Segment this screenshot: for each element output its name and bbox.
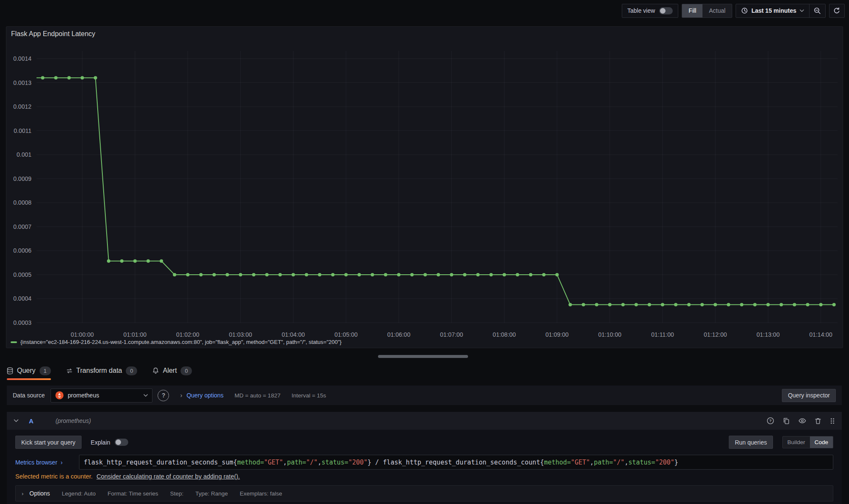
svg-text:01:11:00: 01:11:00 <box>651 331 674 338</box>
chevron-right-icon: › <box>61 459 63 466</box>
prometheus-icon <box>55 391 64 400</box>
query-editor-section: A (prometheus) ? Kick start your query <box>7 412 842 504</box>
query-hint-row: Selected metric is a counter. Consider c… <box>15 473 833 480</box>
svg-text:01:03:00: 01:03:00 <box>229 331 252 338</box>
query-ref-id: A <box>29 417 34 425</box>
time-range-button[interactable]: Last 15 minutes <box>736 4 809 17</box>
latency-panel: Flask App Endpoint Latency 0.00140.00130… <box>6 26 843 348</box>
tab-query-count: 1 <box>39 366 51 375</box>
transform-icon <box>66 368 73 374</box>
toggle-visibility-button[interactable] <box>798 418 806 424</box>
svg-text:01:08:00: 01:08:00 <box>493 331 516 338</box>
tab-query[interactable]: Query 1 <box>7 362 51 379</box>
duplicate-query-button[interactable] <box>783 417 790 425</box>
svg-text:?: ? <box>769 418 772 423</box>
tab-transform-count: 0 <box>126 366 137 375</box>
delete-query-button[interactable] <box>815 417 821 425</box>
svg-text:01:12:00: 01:12:00 <box>704 331 727 338</box>
counter-warning-text: Selected metric is a counter. <box>15 473 93 480</box>
svg-text:01:06:00: 01:06:00 <box>387 331 411 338</box>
query-options-label: Query options <box>186 392 223 399</box>
chevron-right-icon: › <box>180 392 182 399</box>
copy-icon <box>783 417 790 425</box>
help-icon: ? <box>767 417 774 425</box>
tab-transform-label: Transform data <box>76 367 122 374</box>
explain-group: Explain <box>91 439 128 446</box>
query-row-header: A (prometheus) ? <box>7 412 842 430</box>
option-legend: Legend: Auto <box>62 490 96 497</box>
option-type: Type: Range <box>195 490 228 497</box>
metrics-browser-toggle[interactable]: Metrics browser › <box>15 459 79 466</box>
svg-text:0.0005: 0.0005 <box>13 271 31 278</box>
svg-text:0.0006: 0.0006 <box>13 247 31 254</box>
svg-text:0.0008: 0.0008 <box>13 199 31 206</box>
trash-icon <box>815 417 821 425</box>
options-expand-toggle[interactable]: › Options <box>22 490 50 497</box>
query-row-body: Kick start your query Explain Run querie… <box>7 430 842 504</box>
horizontal-scrollbar[interactable] <box>378 355 468 358</box>
svg-text:01:05:00: 01:05:00 <box>334 331 358 338</box>
legend-series-marker <box>11 341 17 343</box>
chevron-right-icon: › <box>22 490 23 497</box>
datasource-label: Data source <box>13 392 45 399</box>
query-help-button[interactable]: ? <box>767 417 774 425</box>
tab-alert[interactable]: Alert 0 <box>152 362 192 379</box>
chevron-down-icon <box>800 9 804 12</box>
actual-button[interactable]: Actual <box>702 4 732 17</box>
editor-tabs: Query 1 Transform data 0 Alert 0 <box>7 362 192 379</box>
latency-chart: 0.00140.00130.00120.00110.0010.00090.000… <box>6 27 843 348</box>
drag-query-handle[interactable] <box>830 417 835 425</box>
toggle-knob <box>116 439 121 445</box>
svg-text:01:02:00: 01:02:00 <box>176 331 200 338</box>
svg-text:0.0013: 0.0013 <box>13 79 31 86</box>
tab-alert-count: 0 <box>181 366 192 375</box>
time-range-picker: Last 15 minutes <box>736 4 826 18</box>
table-view-label: Table view <box>627 7 655 14</box>
explain-toggle[interactable] <box>115 439 128 446</box>
fill-button[interactable]: Fill <box>682 4 702 17</box>
refresh-icon <box>833 7 841 14</box>
datasource-value: prometheus <box>68 392 140 399</box>
option-exemplars: Exemplars: false <box>240 490 282 497</box>
datasource-row: Data source prometheus ? › Query options… <box>7 386 842 405</box>
collapse-chevron-icon[interactable] <box>14 419 19 422</box>
refresh-button[interactable] <box>829 4 845 18</box>
svg-text:01:10:00: 01:10:00 <box>598 331 622 338</box>
query-options-toggle[interactable]: › Query options <box>180 392 223 399</box>
zoom-out-button[interactable] <box>809 4 825 17</box>
tab-query-label: Query <box>17 367 36 374</box>
kick-start-query-button[interactable]: Kick start your query <box>15 436 82 449</box>
eye-icon <box>798 418 806 424</box>
tab-transform[interactable]: Transform data 0 <box>66 362 138 379</box>
svg-text:0.0003: 0.0003 <box>13 319 31 326</box>
builder-code-segment: Builder Code <box>782 436 833 448</box>
svg-text:0.0007: 0.0007 <box>13 223 31 230</box>
table-view-group: Table view <box>622 4 678 18</box>
code-button[interactable]: Code <box>810 436 833 448</box>
svg-text:0.0009: 0.0009 <box>13 175 31 182</box>
query-options-bar: › Options Legend: Auto Format: Time seri… <box>15 485 833 501</box>
svg-text:01:09:00: 01:09:00 <box>545 331 569 338</box>
max-datapoints-text: MD = auto = 1827 <box>234 392 280 399</box>
fill-actual-segment: Fill Actual <box>682 4 732 18</box>
bell-icon <box>152 367 159 374</box>
datasource-help-button[interactable]: ? <box>158 390 169 401</box>
query-inspector-button[interactable]: Query inspector <box>782 389 836 402</box>
svg-text:0.001: 0.001 <box>17 151 31 158</box>
promql-editor[interactable]: flask_http_request_duration_seconds_sum{… <box>79 455 833 470</box>
toggle-knob <box>660 8 666 14</box>
options-title: Options <box>29 490 50 497</box>
run-queries-button[interactable]: Run queries <box>729 436 773 449</box>
database-icon <box>7 367 13 374</box>
add-rate-hint-link[interactable]: Consider calculating rate of counter by … <box>96 473 240 480</box>
svg-text:0.0011: 0.0011 <box>14 127 31 134</box>
builder-button[interactable]: Builder <box>783 436 810 448</box>
time-range-label: Last 15 minutes <box>751 7 796 14</box>
datasource-select[interactable]: prometheus <box>51 389 152 403</box>
svg-text:01:07:00: 01:07:00 <box>440 331 463 338</box>
svg-text:0.0012: 0.0012 <box>13 103 31 110</box>
metrics-browser-label: Metrics browser <box>15 459 57 466</box>
table-view-toggle[interactable] <box>659 7 673 14</box>
legend-item[interactable]: {instance="ec2-184-169-216-224.us-west-1… <box>11 339 341 345</box>
explain-label: Explain <box>91 439 110 446</box>
